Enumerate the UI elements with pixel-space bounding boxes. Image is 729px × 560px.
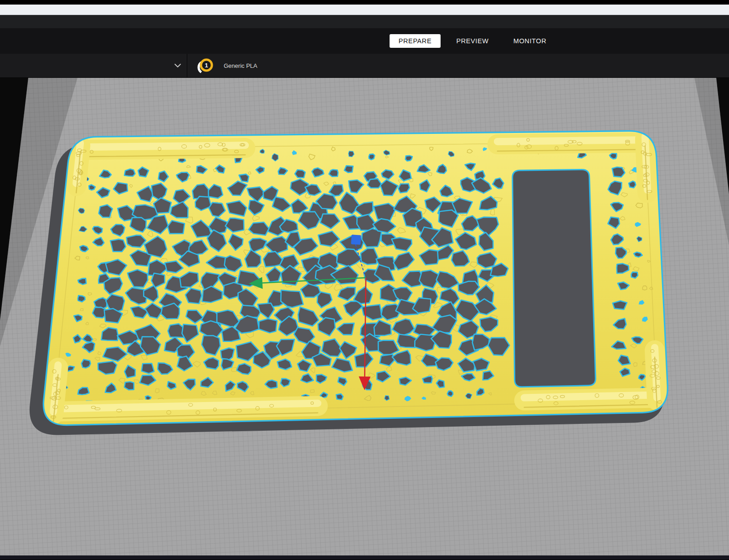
app-header-strip [0,15,729,28]
three-d-viewport[interactable] [0,78,729,555]
scene-canvas[interactable] [0,78,729,555]
chevron-down-icon [174,63,181,68]
model-phone-case[interactable] [30,131,667,435]
window-title-strip [0,5,729,15]
stage-tab-bar: PREPARE PREVIEW MONITOR [0,28,729,54]
stage-tab-group: PREPARE PREVIEW MONITOR [390,34,555,48]
extruder-material-button[interactable]: 1 Generic PLA [197,54,257,77]
printer-selector-dropdown[interactable] [0,54,187,77]
material-label: Generic PLA [224,62,257,69]
configuration-toolbar: 1 Generic PLA [0,54,729,78]
extruder-number: 1 [205,62,208,69]
extruder-badge-icon: 1 [197,57,214,74]
gizmo-handle-z[interactable] [351,234,361,244]
bottom-edge-strip [0,555,729,560]
camera-cutout [513,169,596,387]
tab-monitor[interactable]: MONITOR [504,34,555,48]
tab-prepare[interactable]: PREPARE [390,34,441,48]
tab-preview[interactable]: PREVIEW [447,34,498,48]
window-top-bar [0,0,729,5]
